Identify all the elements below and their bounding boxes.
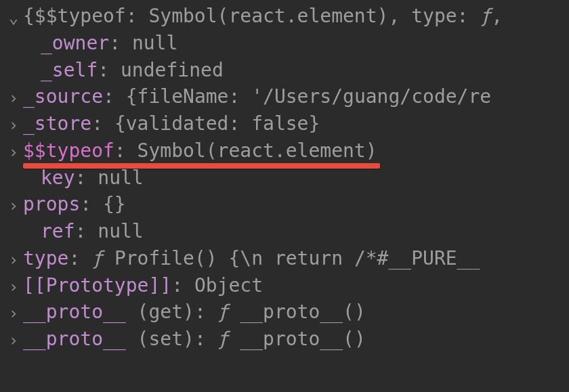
chevron-right-icon: › bbox=[4, 141, 23, 164]
object-summary-row[interactable]: ⌄ {$$typeof: Symbol(react.element), type… bbox=[4, 3, 569, 30]
red-underline-annotation bbox=[23, 163, 380, 169]
highlighted-segment: $$typeof: Symbol(react.element) bbox=[23, 137, 377, 165]
prop-ref-row: ref: null bbox=[4, 218, 569, 245]
chevron-right-icon: › bbox=[4, 87, 23, 110]
prop-proto-set-row[interactable]: › __proto__ (set): ƒ __proto__() bbox=[4, 326, 569, 353]
chevron-right-icon: › bbox=[4, 114, 23, 137]
prop-source-row[interactable]: › _source: {fileName: '/Users/guang/code… bbox=[4, 83, 569, 110]
prop-key: _store bbox=[23, 112, 91, 135]
prop-key: type bbox=[23, 247, 68, 269]
prop-key: __proto__ bbox=[23, 301, 126, 323]
prop-value: null bbox=[132, 32, 177, 54]
chevron-right-icon: › bbox=[4, 302, 23, 325]
prop-self-row: _self: undefined bbox=[4, 57, 569, 84]
object-summary: {$$typeof: Symbol(react.element), type: … bbox=[23, 3, 503, 30]
prop-value: __proto__() bbox=[240, 328, 365, 350]
prop-store-row[interactable]: › _store: {validated: false} bbox=[4, 110, 569, 137]
prop-type-row[interactable]: › type: ƒ Profile() {\n return /*#__PURE… bbox=[4, 245, 569, 272]
prop-owner-row: _owner: null bbox=[4, 30, 569, 57]
prop-value: null bbox=[98, 167, 143, 189]
chevron-down-icon: ⌄ bbox=[4, 6, 23, 29]
prop-props-row[interactable]: › props: {} bbox=[4, 191, 569, 218]
prop-prototype-row[interactable]: › [[Prototype]]: Object bbox=[4, 272, 569, 299]
prop-value: Profile() {\n return /*#__PURE__ bbox=[114, 247, 480, 269]
prop-value: Object bbox=[194, 274, 263, 297]
chevron-right-icon: › bbox=[4, 329, 23, 352]
prop-value: __proto__() bbox=[240, 301, 365, 323]
prop-key: [[Prototype]] bbox=[23, 274, 171, 297]
chevron-right-icon: › bbox=[4, 194, 23, 217]
prop-key: props bbox=[23, 193, 80, 215]
prop-proto-get-row[interactable]: › __proto__ (get): ƒ __proto__() bbox=[4, 299, 569, 326]
prop-value: Symbol(react.element) bbox=[138, 139, 377, 162]
chevron-right-icon: › bbox=[4, 276, 23, 299]
chevron-right-icon: › bbox=[4, 248, 23, 271]
prop-key: _source bbox=[23, 85, 103, 108]
prop-key: ref bbox=[41, 220, 75, 242]
prop-key: $$typeof bbox=[23, 139, 114, 162]
prop-key: __proto__ bbox=[23, 328, 126, 350]
prop-key: key bbox=[41, 167, 75, 189]
prop-value: undefined bbox=[121, 59, 224, 81]
prop-key: _self bbox=[41, 59, 98, 81]
prop-value: null bbox=[98, 220, 143, 242]
prop-value: {} bbox=[103, 193, 126, 215]
prop-key: _owner bbox=[41, 32, 109, 54]
prop-typeof-row[interactable]: › $$typeof: Symbol(react.element) bbox=[4, 137, 569, 165]
prop-value: '/Users/guang/code/re bbox=[251, 85, 491, 108]
